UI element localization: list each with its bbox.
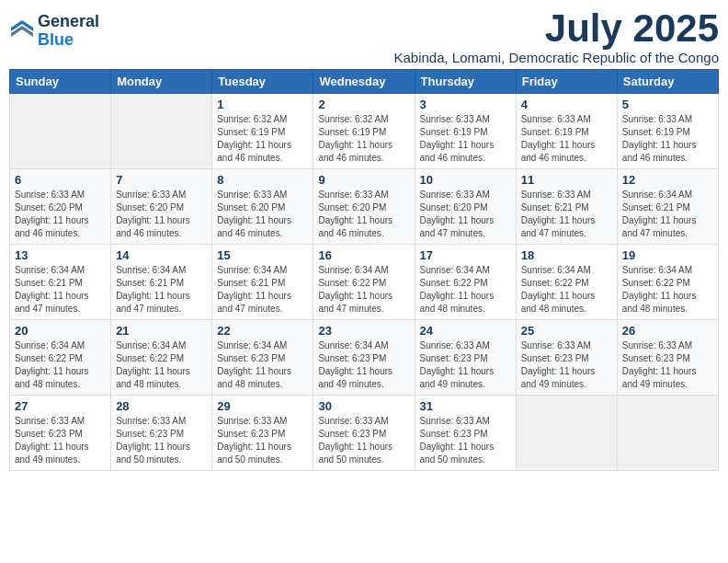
header-row: SundayMondayTuesdayWednesdayThursdayFrid… — [10, 70, 719, 94]
day-info: Sunrise: 6:33 AMSunset: 6:20 PMDaylight:… — [217, 189, 308, 240]
logo-text: General Blue — [38, 13, 99, 50]
day-number: 7 — [116, 173, 207, 187]
day-info: Sunrise: 6:33 AMSunset: 6:20 PMDaylight:… — [116, 189, 207, 240]
day-number: 30 — [318, 399, 409, 413]
day-cell: 14Sunrise: 6:34 AMSunset: 6:21 PMDayligh… — [111, 245, 212, 320]
day-cell: 18Sunrise: 6:34 AMSunset: 6:22 PMDayligh… — [516, 245, 617, 320]
day-info: Sunrise: 6:32 AMSunset: 6:19 PMDaylight:… — [217, 113, 308, 165]
day-number: 28 — [116, 399, 207, 413]
col-header-thursday: Thursday — [415, 70, 516, 94]
day-number: 23 — [318, 324, 409, 338]
day-number: 20 — [15, 324, 106, 338]
day-info: Sunrise: 6:33 AMSunset: 6:23 PMDaylight:… — [116, 415, 207, 466]
day-info: Sunrise: 6:33 AMSunset: 6:23 PMDaylight:… — [15, 415, 106, 466]
logo: General Blue — [9, 13, 99, 50]
day-cell: 22Sunrise: 6:34 AMSunset: 6:23 PMDayligh… — [212, 320, 313, 396]
day-number: 8 — [217, 173, 308, 187]
day-number: 14 — [116, 248, 207, 262]
day-cell — [617, 396, 718, 471]
week-row-3: 13Sunrise: 6:34 AMSunset: 6:21 PMDayligh… — [10, 245, 719, 320]
day-info: Sunrise: 6:33 AMSunset: 6:20 PMDaylight:… — [420, 189, 511, 240]
day-number: 6 — [15, 173, 106, 187]
day-cell: 29Sunrise: 6:33 AMSunset: 6:23 PMDayligh… — [212, 396, 313, 471]
day-info: Sunrise: 6:33 AMSunset: 6:23 PMDaylight:… — [217, 415, 308, 466]
day-cell: 6Sunrise: 6:33 AMSunset: 6:20 PMDaylight… — [10, 169, 111, 245]
col-header-monday: Monday — [111, 70, 212, 94]
day-number: 13 — [15, 248, 106, 262]
day-number: 21 — [116, 324, 207, 338]
day-number: 11 — [521, 173, 612, 187]
day-cell — [516, 396, 617, 471]
day-cell: 28Sunrise: 6:33 AMSunset: 6:23 PMDayligh… — [111, 396, 212, 471]
day-cell: 11Sunrise: 6:33 AMSunset: 6:21 PMDayligh… — [516, 169, 617, 245]
logo-line1: General — [38, 13, 99, 31]
day-info: Sunrise: 6:34 AMSunset: 6:23 PMDaylight:… — [318, 339, 409, 391]
col-header-wednesday: Wednesday — [313, 70, 415, 94]
day-info: Sunrise: 6:33 AMSunset: 6:23 PMDaylight:… — [420, 339, 511, 391]
day-info: Sunrise: 6:34 AMSunset: 6:21 PMDaylight:… — [217, 264, 308, 316]
day-number: 27 — [15, 399, 106, 413]
day-cell: 12Sunrise: 6:34 AMSunset: 6:21 PMDayligh… — [617, 169, 718, 245]
day-number: 4 — [521, 98, 612, 111]
day-cell: 5Sunrise: 6:33 AMSunset: 6:19 PMDaylight… — [617, 94, 718, 169]
day-cell: 26Sunrise: 6:33 AMSunset: 6:23 PMDayligh… — [617, 320, 718, 396]
month-title: July 2025 — [393, 9, 719, 48]
day-number: 10 — [420, 173, 511, 187]
title-area: July 2025 Kabinda, Lomami, Democratic Re… — [393, 9, 719, 65]
day-cell — [111, 94, 212, 169]
day-info: Sunrise: 6:33 AMSunset: 6:23 PMDaylight:… — [521, 339, 612, 391]
day-number: 2 — [318, 98, 409, 111]
day-number: 3 — [420, 98, 511, 111]
day-info: Sunrise: 6:34 AMSunset: 6:22 PMDaylight:… — [420, 264, 511, 316]
day-info: Sunrise: 6:33 AMSunset: 6:23 PMDaylight:… — [420, 415, 511, 466]
week-row-5: 27Sunrise: 6:33 AMSunset: 6:23 PMDayligh… — [10, 396, 719, 471]
day-cell — [10, 94, 111, 169]
day-cell: 30Sunrise: 6:33 AMSunset: 6:23 PMDayligh… — [313, 396, 415, 471]
week-row-4: 20Sunrise: 6:34 AMSunset: 6:22 PMDayligh… — [10, 320, 719, 396]
day-info: Sunrise: 6:33 AMSunset: 6:23 PMDaylight:… — [622, 339, 713, 391]
day-info: Sunrise: 6:33 AMSunset: 6:19 PMDaylight:… — [622, 113, 713, 165]
day-info: Sunrise: 6:33 AMSunset: 6:21 PMDaylight:… — [521, 189, 612, 240]
day-cell: 21Sunrise: 6:34 AMSunset: 6:22 PMDayligh… — [111, 320, 212, 396]
day-number: 22 — [217, 324, 308, 338]
header: General Blue July 2025 Kabinda, Lomami, … — [9, 9, 719, 65]
day-number: 29 — [217, 399, 308, 413]
day-info: Sunrise: 6:34 AMSunset: 6:21 PMDaylight:… — [15, 264, 106, 316]
day-cell: 20Sunrise: 6:34 AMSunset: 6:22 PMDayligh… — [10, 320, 111, 396]
day-number: 1 — [217, 98, 308, 111]
day-number: 16 — [318, 248, 409, 262]
day-number: 5 — [622, 98, 713, 111]
day-cell: 19Sunrise: 6:34 AMSunset: 6:22 PMDayligh… — [617, 245, 718, 320]
logo-line2: Blue — [38, 31, 99, 50]
logo-icon — [9, 18, 35, 44]
day-cell: 1Sunrise: 6:32 AMSunset: 6:19 PMDaylight… — [212, 94, 313, 169]
day-number: 31 — [420, 399, 511, 413]
day-number: 9 — [318, 173, 409, 187]
day-cell: 9Sunrise: 6:33 AMSunset: 6:20 PMDaylight… — [313, 169, 415, 245]
day-info: Sunrise: 6:33 AMSunset: 6:20 PMDaylight:… — [318, 189, 409, 240]
day-info: Sunrise: 6:34 AMSunset: 6:22 PMDaylight:… — [318, 264, 409, 316]
calendar-table: SundayMondayTuesdayWednesdayThursdayFrid… — [9, 69, 719, 471]
day-cell: 17Sunrise: 6:34 AMSunset: 6:22 PMDayligh… — [415, 245, 516, 320]
day-info: Sunrise: 6:34 AMSunset: 6:22 PMDaylight:… — [116, 339, 207, 391]
day-info: Sunrise: 6:34 AMSunset: 6:22 PMDaylight:… — [521, 264, 612, 316]
day-number: 26 — [622, 324, 713, 338]
col-header-saturday: Saturday — [617, 70, 718, 94]
day-info: Sunrise: 6:34 AMSunset: 6:22 PMDaylight:… — [622, 264, 713, 316]
day-cell: 7Sunrise: 6:33 AMSunset: 6:20 PMDaylight… — [111, 169, 212, 245]
day-cell: 15Sunrise: 6:34 AMSunset: 6:21 PMDayligh… — [212, 245, 313, 320]
day-cell: 24Sunrise: 6:33 AMSunset: 6:23 PMDayligh… — [415, 320, 516, 396]
col-header-friday: Friday — [516, 70, 617, 94]
day-info: Sunrise: 6:34 AMSunset: 6:21 PMDaylight:… — [116, 264, 207, 316]
day-info: Sunrise: 6:32 AMSunset: 6:19 PMDaylight:… — [318, 113, 409, 165]
day-cell: 31Sunrise: 6:33 AMSunset: 6:23 PMDayligh… — [415, 396, 516, 471]
day-number: 12 — [622, 173, 713, 187]
day-cell: 3Sunrise: 6:33 AMSunset: 6:19 PMDaylight… — [415, 94, 516, 169]
subtitle: Kabinda, Lomami, Democratic Republic of … — [393, 50, 719, 65]
day-cell: 16Sunrise: 6:34 AMSunset: 6:22 PMDayligh… — [313, 245, 415, 320]
day-number: 15 — [217, 248, 308, 262]
col-header-tuesday: Tuesday — [212, 70, 313, 94]
day-number: 19 — [622, 248, 713, 262]
day-info: Sunrise: 6:33 AMSunset: 6:20 PMDaylight:… — [15, 189, 106, 240]
day-cell: 27Sunrise: 6:33 AMSunset: 6:23 PMDayligh… — [10, 396, 111, 471]
